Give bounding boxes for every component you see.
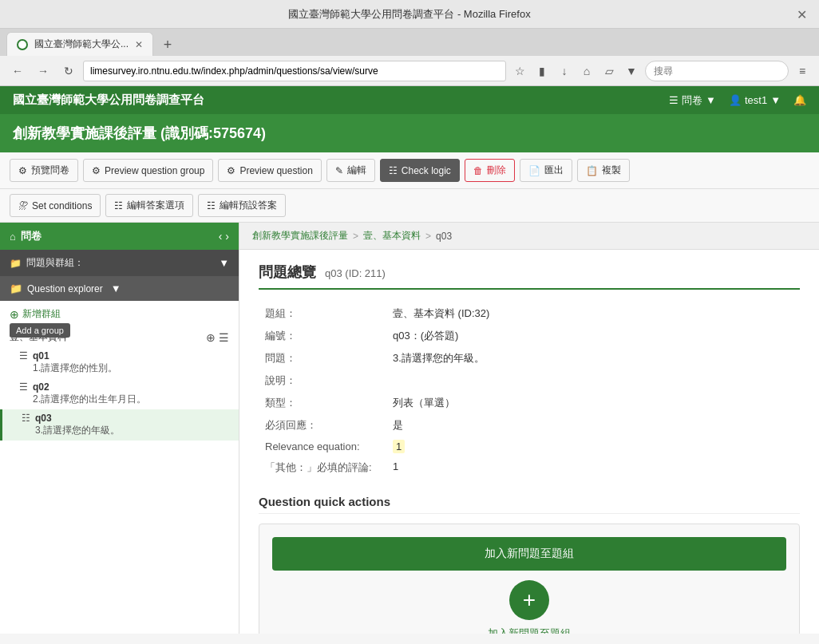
next-arrow-icon[interactable]: › [225,230,229,243]
desc-field-value [386,369,800,392]
overview-subtitle: q03 (ID: 211) [325,267,386,279]
code-field-value: q03：(必答題) [386,325,800,347]
add-question-icon[interactable]: ⊕ [206,331,216,344]
action-toolbar-1: ⚙ 預覽問卷 ⚙ Preview question group ⚙ Previe… [0,152,819,189]
answers-icon: ☷ [114,200,123,211]
set-conditions-button[interactable]: ⛈ Set conditions [10,194,101,217]
main-layout: ⌂ 問卷 ‹ › 📁 問題與群組： ▼ 📁 Question expl [0,223,819,634]
question-field-value: 3.請選擇您的年級。 [386,347,800,369]
user-menu-button[interactable]: 👤 test1 ▼ [729,94,781,106]
sidebar-nav-header: ⌂ 問卷 ‹ › [0,223,239,250]
type-field-value: 列表（單選） [386,392,800,414]
edit-button[interactable]: ✎ 編輯 [326,159,375,182]
add-question-circle-button[interactable]: + [509,580,549,620]
notification-button[interactable]: 🔔 [793,94,806,106]
set-conditions-label: Set conditions [32,200,92,211]
trash-icon: 🗑 [473,165,483,176]
q01-list-icon: ☰ [19,350,28,362]
app-container: 國立臺灣師範大學公用問卷調查平台 ☰ 問卷 ▼ 👤 test1 ▼ 🔔 創新教學… [0,86,819,644]
security-icon[interactable]: ▱ [599,61,619,81]
gear3-icon: ⚙ [227,165,235,176]
header-right: ☰ 問卷 ▼ 👤 test1 ▼ 🔔 [669,93,806,108]
logic-icon: ☷ [389,165,398,176]
add-question-card: 加入新問題至題組 + 加入新問題至題組 [259,523,800,634]
edit-answers-button[interactable]: ☷ 編輯答案選項 [105,194,193,217]
forward-button[interactable]: → [32,60,54,82]
list-icon: ☰ [669,94,679,106]
detail-row-desc: 說明： [259,369,800,392]
shield-icon[interactable]: ▮ [532,61,552,81]
bookmark-icon[interactable]: ☆ [509,61,530,81]
breadcrumb-current: q03 [436,231,452,242]
delete-button[interactable]: 🗑 刪除 [465,159,515,182]
preview-question-button[interactable]: ⚙ Preview question [218,159,321,182]
explorer-label: Question explorer [27,283,103,294]
detail-row-other: 「其他：」必填的評論: 1 [259,456,800,479]
home-icon[interactable]: ⌂ [576,61,597,81]
q01-text: q01 1.請選擇您的性別。 [33,350,117,375]
preview-group-button[interactable]: ⚙ Preview question group [83,159,213,182]
gear2-icon: ⚙ [92,165,101,176]
question-item-q03[interactable]: ☷ q03 3.請選擇您的年級。 [0,409,239,441]
copy-label: 複製 [602,164,621,177]
question-explorer-header[interactable]: 📁 Question explorer ▼ [0,276,239,301]
download-icon[interactable]: ↓ [554,61,575,81]
relevance-value: 1 [393,440,405,453]
sidebar: ⌂ 問卷 ‹ › 📁 問題與群組： ▼ 📁 Question expl [0,223,239,634]
q02-desc: 2.請選擇您的出生年月日。 [33,393,146,406]
user-dropdown-icon: ▼ [770,94,781,106]
breadcrumb-survey-link[interactable]: 創新教學實施課後評量 [252,229,348,243]
extension-icon[interactable]: ▼ [621,61,642,81]
content-inner: 問題總覽 q03 (ID: 211) 題組： 壹、基本資料 (ID:32) 編號… [239,250,819,634]
close-icon[interactable]: ✕ [797,7,811,22]
add-group-section: ⊕ 新增群組 Add a group [0,301,239,327]
detail-row-code: 編號： q03：(必答題) [259,325,800,347]
tab-title: 國立臺灣師範大學公... [34,38,129,51]
detail-row-question: 問題： 3.請選擇您的年級。 [259,347,800,369]
user-icon: 👤 [729,94,742,106]
add-group-link[interactable]: ⊕ 新增群組 [10,307,229,321]
action-toolbar-2: ⛈ Set conditions ☷ 編輯答案選項 ☷ 編輯預設答案 [0,189,819,223]
username-label: test1 [745,94,767,106]
q02-text: q02 2.請選擇您的出生年月日。 [33,381,146,406]
export-button[interactable]: 📄 匯出 [520,159,572,182]
survey-menu-button[interactable]: ☰ 問卷 ▼ [669,93,716,108]
preview-survey-button[interactable]: ⚙ 預覽問卷 [10,159,78,182]
question-item-q02[interactable]: ☰ q02 2.請選擇您的出生年月日。 [0,378,239,409]
sidebar-section-header[interactable]: 📁 問題與群組： ▼ [0,250,239,276]
section-title-label: 問題與群組： [26,256,84,270]
overview-title-text: 問題總覽 [259,264,316,280]
prev-arrow-icon[interactable]: ‹ [219,230,223,243]
edit-defaults-button[interactable]: ☷ 編輯預設答案 [198,194,286,217]
svg-point-0 [18,41,26,49]
detail-table: 題組： 壹、基本資料 (ID:32) 編號： q03：(必答題) 問題： 3.請… [259,302,800,479]
menu-icon[interactable]: ≡ [792,61,813,81]
copy-button[interactable]: 📋 複製 [577,159,630,182]
add-question-top-button[interactable]: 加入新問題至題組 [272,537,786,571]
quick-actions-title: Question quick actions [259,495,800,514]
q03-code: q03 [35,413,120,424]
browser-titlebar: 國立臺灣師範大學公用問卷調查平台 - Mozilla Firefox ✕ [0,0,819,29]
manage-icon[interactable]: ☰ [219,331,229,344]
breadcrumb-group-link[interactable]: 壹、基本資料 [363,229,421,243]
add-group-tooltip: Add a group [10,323,70,338]
tab-favicon [17,39,28,50]
active-tab[interactable]: 國立臺灣師範大學公... ✕ [6,32,153,56]
new-tab-button[interactable]: + [156,34,179,56]
app-logo[interactable]: 國立臺灣師範大學公用問卷調查平台 [13,93,204,108]
breadcrumb-sep2: > [425,231,431,242]
relevance-field-label: Relevance equation: [259,437,386,456]
search-input[interactable] [645,61,789,81]
reload-button[interactable]: ↻ [57,60,80,82]
question-item-q01[interactable]: ☰ q01 1.請選擇您的性別。 [0,347,239,378]
preview-question-label: Preview question [239,165,312,176]
check-logic-button[interactable]: ☷ Check logic [380,159,460,182]
address-bar[interactable] [83,61,506,81]
conditions-icon: ⛈ [18,200,28,211]
back-button[interactable]: ← [6,60,29,82]
survey-label: 問卷 [682,93,702,108]
tab-close-icon[interactable]: ✕ [135,39,143,50]
delete-label: 刪除 [487,164,506,177]
survey-title: 創新教學實施課後評量 (識別碼:575674) [13,125,266,141]
copy-icon: 📋 [586,165,598,176]
